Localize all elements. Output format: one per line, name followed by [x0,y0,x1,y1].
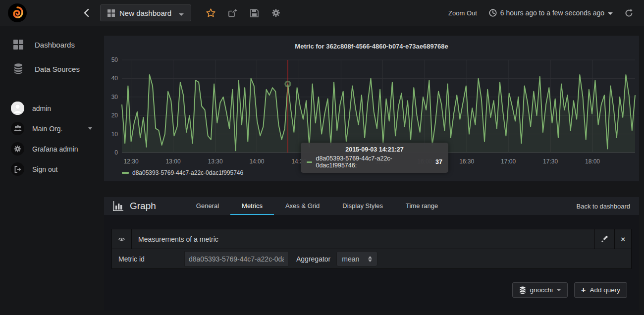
select-arrows-icon [368,256,372,262]
aggregator-value: mean [342,255,359,263]
gear-icon [271,8,280,17]
users-icon [11,122,24,135]
refresh-icon [625,9,633,17]
refresh-button[interactable] [625,9,633,17]
pencil-icon [601,235,608,243]
svg-text:20: 20 [111,112,118,119]
editor-tabs: General Metrics Axes & Grid Display Styl… [185,197,449,215]
sidebar-item-main-org[interactable]: Main Org. [0,118,104,139]
svg-text:16:30: 16:30 [459,158,474,165]
legend-color-swatch [122,172,129,174]
graph-panel: Metric for 362c808f-4566-4860-b074-e73ae… [104,36,639,181]
tab-time-range[interactable]: Time range [394,197,449,215]
toggle-query-visibility-button[interactable] [112,229,132,249]
metric-chart[interactable]: 0102030405012:3013:0013:3014:0014:3015:0… [104,50,639,174]
clock-icon [489,9,497,17]
svg-text:18:00: 18:00 [585,158,600,165]
sidebar-item-grafana-admin[interactable]: Grafana admin [0,139,104,159]
svg-text:15:00: 15:00 [333,158,348,165]
datasource-selector-button[interactable]: gnocchi [512,282,568,298]
metric-id-input[interactable] [184,251,288,266]
sidebar-item-label: Dashboards [35,41,75,49]
close-icon: × [621,235,625,243]
time-range-label: 6 hours ago to a few seconds ago [500,9,604,17]
plus-icon: + [581,286,586,295]
profile-username: admin [32,105,51,112]
svg-text:50: 50 [111,56,118,63]
bar-chart-icon [113,201,124,211]
star-icon [206,8,215,17]
add-query-label: Add query [590,286,620,294]
panel-type-label: Graph [130,201,156,211]
org-name: Main Org. [32,125,62,133]
edit-query-button[interactable] [594,229,614,249]
database-icon [519,286,526,294]
svg-text:40: 40 [111,75,118,82]
sidebar-item-data-sources[interactable]: Data Sources [0,56,104,81]
top-nav: New dashboard [0,0,644,26]
svg-text:30: 30 [111,94,118,101]
sign-out-icon [11,162,24,176]
svg-text:0: 0 [114,149,118,156]
sidebar-item-sign-out[interactable]: Sign out [0,159,104,179]
tab-axes-grid[interactable]: Axes & Grid [274,197,331,215]
query-editor: Measurements of a metric × Metric id Agg… [111,229,632,269]
grafana-logo[interactable] [8,3,27,22]
database-icon [13,63,24,74]
grid-icon [13,40,24,50]
sidebar-item-dashboards[interactable]: Dashboards [0,33,104,56]
metric-graph-svg[interactable]: 0102030405012:3013:0013:3014:0014:3015:0… [104,50,639,174]
legend-item[interactable]: d8a05393-5769-44c7-a22c-0dac1f995746 [122,169,243,176]
grafana-admin-label: Grafana admin [32,145,78,153]
tab-metrics[interactable]: Metrics [230,197,274,215]
sidebar-item-admin[interactable]: admin [0,98,104,118]
svg-text:16:00: 16:00 [417,158,432,165]
tab-general[interactable]: General [185,197,230,215]
datasource-name: gnocchi [530,286,553,294]
panel-title[interactable]: Metric for 362c808f-4566-4860-b074-e73ae… [104,36,639,50]
chevron-down-icon [88,127,92,130]
chevron-down-icon [608,12,613,15]
svg-text:14:30: 14:30 [291,158,306,165]
svg-text:17:00: 17:00 [501,158,516,165]
svg-text:13:00: 13:00 [166,158,181,165]
chevron-down-icon [179,13,184,16]
gear-icon [11,142,24,156]
grid-icon [107,9,115,17]
time-picker-button[interactable]: 6 hours ago to a few seconds ago [489,9,613,17]
share-button[interactable] [228,9,237,17]
editor-header: Graph General Metrics Axes & Grid Displa… [104,197,639,215]
star-button[interactable] [206,8,215,17]
dashboard-picker-button[interactable]: New dashboard [100,4,191,21]
back-to-dashboard-link[interactable]: Back to dashboard [577,203,630,210]
aggregator-select[interactable]: mean [336,251,377,266]
dashboard-title: New dashboard [119,9,171,17]
add-query-button[interactable]: + Add query [574,282,627,298]
svg-text:17:30: 17:30 [543,158,558,165]
svg-text:10: 10 [111,131,118,138]
save-button[interactable] [250,9,259,17]
legend-series-name: d8a05393-5769-44c7-a22c-0dac1f995746 [132,169,243,176]
zoom-out-button[interactable]: Zoom Out [448,9,477,17]
save-icon [250,9,259,17]
aggregator-label: Aggregator [288,249,336,268]
svg-text:15:30: 15:30 [375,158,390,165]
eye-icon [118,236,125,242]
sidebar-item-label: Data Sources [35,65,80,73]
grafana-flame-icon [10,5,25,20]
share-icon [228,9,237,17]
graph-editor-panel: Graph General Metrics Axes & Grid Displa… [104,197,639,311]
chevron-down-icon [557,289,561,291]
sidebar: Dashboards Data Sources admin [0,26,104,315]
tab-display-styles[interactable]: Display Styles [331,197,394,215]
remove-query-button[interactable]: × [614,229,631,249]
metric-id-label: Metric id [112,249,184,268]
svg-text:14:00: 14:00 [249,158,264,165]
query-title[interactable]: Measurements of a metric [132,229,594,249]
avatar [11,102,24,115]
settings-button[interactable] [271,8,280,17]
svg-text:12:30: 12:30 [124,158,139,165]
panel-type-menu[interactable]: Graph [113,201,156,211]
back-chevron-icon[interactable] [84,8,89,17]
sign-out-label: Sign out [32,165,57,173]
